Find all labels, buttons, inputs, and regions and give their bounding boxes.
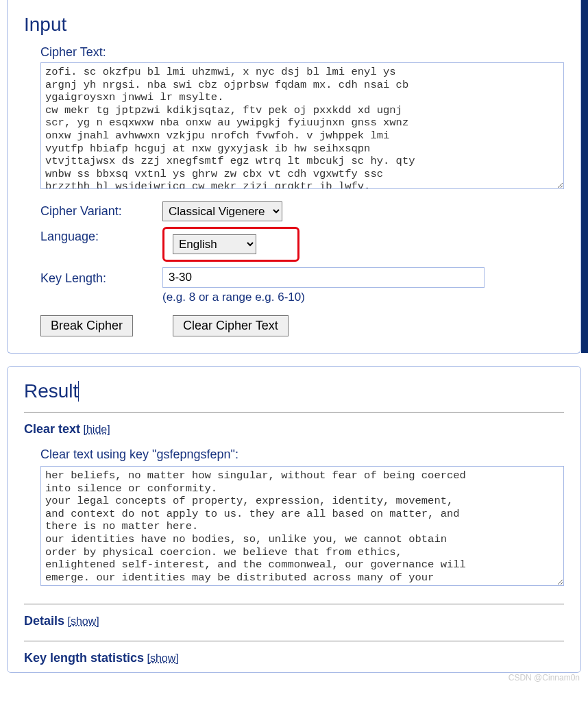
clear-text-key-heading: Clear text using key "gsfepngsfepn":: [40, 447, 564, 462]
text-cursor: [78, 381, 79, 402]
keylength-stats-title: Key length statistics: [24, 651, 144, 665]
variant-row: Cipher Variant: Classical Vigenere: [40, 201, 564, 221]
input-content: Cipher Text: Cipher Variant: Classical V…: [40, 45, 564, 336]
language-highlight: English: [162, 227, 299, 262]
cleartext-section-header: Clear text [hide]: [24, 422, 564, 436]
variant-select[interactable]: Classical Vigenere: [162, 201, 282, 221]
input-panel: Input Cipher Text: Cipher Variant: Class…: [7, 0, 581, 354]
cleartext-title: Clear text: [24, 422, 80, 436]
keylength-row: Key Length: (e.g. 8 or a range e.g. 6-10…: [40, 267, 564, 304]
cipher-text-label: Cipher Text:: [40, 45, 564, 60]
hide-link[interactable]: hide: [86, 423, 107, 435]
language-select[interactable]: English: [173, 234, 256, 254]
result-panel: Result Clear text [hide] Clear text usin…: [7, 366, 581, 673]
keylength-input[interactable]: [162, 267, 485, 288]
language-row: Language: English: [40, 227, 564, 262]
cipher-text-input[interactable]: [40, 62, 564, 189]
right-edge-bar: [581, 0, 588, 353]
variant-label: Cipher Variant:: [40, 201, 162, 219]
clear-text-output[interactable]: [40, 466, 564, 586]
divider: [24, 641, 564, 641]
watermark: CSDN @Cinnam0n: [509, 673, 580, 682]
language-label: Language:: [40, 227, 162, 244]
input-heading: Input: [24, 14, 564, 36]
keylength-stats-show-link[interactable]: show: [150, 652, 175, 664]
keylength-stats-section-header: Key length statistics [show]: [24, 651, 564, 665]
details-section-header: Details [show]: [24, 614, 564, 628]
details-title: Details: [24, 614, 64, 628]
button-row: Break Cipher Clear Cipher Text: [40, 315, 564, 336]
clear-cipher-button[interactable]: Clear Cipher Text: [173, 315, 289, 336]
break-cipher-button[interactable]: Break Cipher: [40, 315, 133, 336]
keylength-hint: (e.g. 8 or a range e.g. 6-10): [162, 291, 564, 304]
keylength-label: Key Length:: [40, 267, 162, 286]
details-show-link[interactable]: show: [71, 615, 96, 627]
divider: [24, 604, 564, 604]
divider: [24, 412, 564, 413]
result-heading: Result: [24, 380, 564, 402]
